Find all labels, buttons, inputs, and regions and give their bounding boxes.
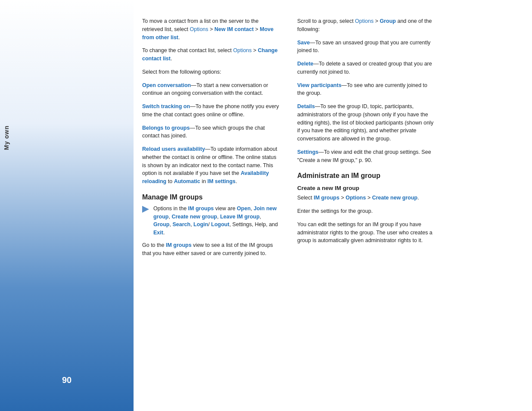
link-open-conversation[interactable]: Open conversation xyxy=(142,82,191,88)
para1-end: . xyxy=(178,34,180,40)
para1-sep2: > xyxy=(254,26,260,32)
option-settings: Settings—To view and edit the chat group… xyxy=(297,148,435,165)
link-search[interactable]: Search xyxy=(172,221,190,227)
note-text6: , xyxy=(260,214,261,220)
main-content: To move a contact from a list on the ser… xyxy=(134,0,532,411)
link-im-groups-goto[interactable]: IM groups xyxy=(166,242,192,248)
link-logout[interactable]: Logout xyxy=(211,221,229,227)
sidebar: My own 90 xyxy=(0,0,134,411)
link-create-new-group-note[interactable]: Create new group xyxy=(171,214,217,220)
create-select-start: Select xyxy=(297,195,314,201)
note-text3: , xyxy=(251,206,254,212)
para1-sep1: > xyxy=(208,26,215,32)
details-text: —To see the group ID, topic, participant… xyxy=(297,103,433,142)
sidebar-label-text: My own xyxy=(3,125,10,150)
note-block: Options in the IM groups view are Open, … xyxy=(142,205,280,237)
option-open-conversation: Open conversation—To start a new convers… xyxy=(142,81,280,98)
link-exit[interactable]: Exit xyxy=(153,230,163,236)
link-reload-availability[interactable]: Reload users availability xyxy=(142,146,205,152)
left-column: To move a contact from a list on the ser… xyxy=(142,17,280,394)
link-automatic[interactable]: Automatic xyxy=(174,178,200,184)
create-para2: You can edit the settings for an IM grou… xyxy=(297,221,435,245)
link-new-contact[interactable]: New IM contact xyxy=(215,26,254,32)
para3-text: Select from the following options: xyxy=(142,69,221,75)
para-change-list: To change the chat contact list, select … xyxy=(142,47,280,63)
intro-start: Scroll to a group, select xyxy=(297,18,355,24)
option4-text3: in xyxy=(200,178,208,184)
link-im-settings[interactable]: IM settings xyxy=(207,178,235,184)
link-group-right[interactable]: Group xyxy=(380,18,396,24)
administrate-heading: Administrate an IM group xyxy=(297,172,435,180)
link-details[interactable]: Details xyxy=(297,103,315,109)
note-end: . xyxy=(163,230,165,236)
option-switch-tracking: Switch tracking on—To have the phone not… xyxy=(142,103,280,119)
manage-im-groups-heading: Manage IM groups xyxy=(142,193,280,201)
link-open[interactable]: Open xyxy=(237,206,251,212)
link-options-right[interactable]: Options xyxy=(355,18,373,24)
option-save: Save—To save an unsaved group that you a… xyxy=(297,39,435,55)
para-select-options: Select from the following options: xyxy=(142,68,280,76)
link-options-1[interactable]: Options xyxy=(190,26,208,32)
link-options-create[interactable]: Options xyxy=(345,195,366,201)
note-text10: , Settings, Help, and xyxy=(229,221,278,227)
intro-sep: > xyxy=(373,18,380,24)
para-scroll-group: Scroll to a group, select Options > Grou… xyxy=(297,17,435,34)
right-column: Scroll to a group, select Options > Grou… xyxy=(297,17,435,394)
para2-start: To change the chat contact list, select xyxy=(142,47,233,53)
create-enter-settings: Enter the settings for the group. xyxy=(297,207,435,215)
link-im-groups-create[interactable]: IM groups xyxy=(314,195,339,201)
create-end: . xyxy=(417,195,419,201)
create-new-group-heading: Create a new IM group xyxy=(297,185,435,191)
link-login[interactable]: Login xyxy=(193,221,208,227)
option-delete: Delete—To delete a saved or created grou… xyxy=(297,60,435,76)
link-switch-tracking[interactable]: Switch tracking on xyxy=(142,103,190,109)
delete-text: —To delete a saved or created group that… xyxy=(297,61,432,75)
note-text5: , xyxy=(217,214,220,220)
option-reload-availability: Reload users availability—To update info… xyxy=(142,145,280,186)
link-create-new-group[interactable]: Create new group xyxy=(372,195,418,201)
option-details: Details—To see the group ID, topic, part… xyxy=(297,103,435,143)
page-number: 90 xyxy=(0,375,134,385)
option-belongs-to-groups: Belongs to groups—To see which groups th… xyxy=(142,124,280,140)
create-sep1: > xyxy=(339,195,345,201)
link-save[interactable]: Save xyxy=(297,40,310,46)
go-text-start: Go to the xyxy=(142,242,166,248)
para2-sep: > xyxy=(252,47,258,53)
para-move-contact: To move a contact from a list on the ser… xyxy=(142,17,280,41)
note-text-start: Options in the xyxy=(153,206,188,212)
link-im-groups-note[interactable]: IM groups xyxy=(188,206,214,212)
option4-text2: to xyxy=(166,178,174,184)
save-text: —To save an unsaved group that you are c… xyxy=(297,40,430,54)
sidebar-label-container: My own xyxy=(0,112,13,164)
link-settings[interactable]: Settings xyxy=(297,149,318,155)
link-delete[interactable]: Delete xyxy=(297,61,314,67)
note-text2: view are xyxy=(214,206,237,212)
create-select: Select IM groups > Options > Create new … xyxy=(297,194,435,202)
option-view-participants: View participants—To see who are current… xyxy=(297,81,435,98)
note-arrow-icon xyxy=(142,206,149,213)
note-text: Options in the IM groups view are Open, … xyxy=(153,205,280,237)
link-options-2[interactable]: Options xyxy=(233,47,252,53)
link-view-participants[interactable]: View participants xyxy=(297,82,342,88)
link-leave-im-group[interactable]: Leave IM group xyxy=(220,214,260,220)
link-belongs-to-groups[interactable]: Belongs to groups xyxy=(142,125,190,131)
link-group[interactable]: Group xyxy=(153,221,170,227)
para-go-to-im-groups: Go to the IM groups view to see a list o… xyxy=(142,241,280,258)
option4-end: . xyxy=(236,178,237,184)
para2-end: . xyxy=(171,56,172,62)
create-sep2: > xyxy=(366,195,372,201)
